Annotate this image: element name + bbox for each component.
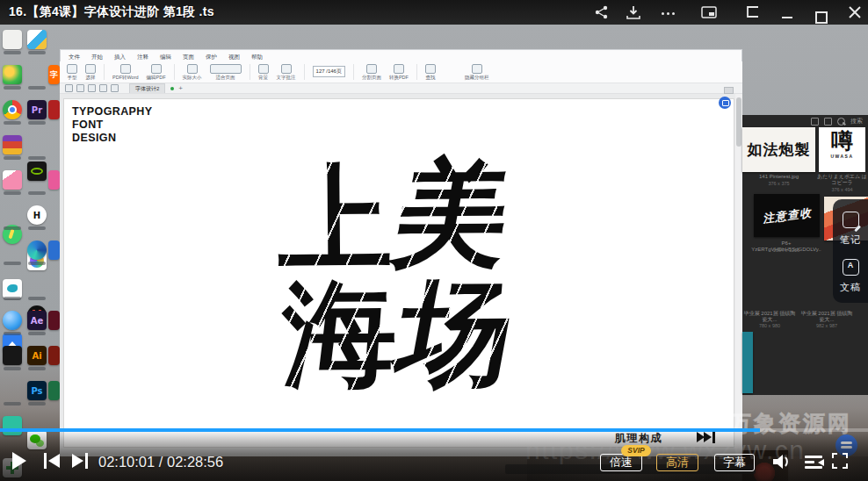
document-a-icon: [843, 259, 859, 276]
icon-label: [4, 86, 21, 90]
thumbnail-size: 376 x 494: [817, 187, 867, 193]
subtitle-button[interactable]: 字幕: [714, 454, 755, 471]
toolbar-select-tool: 选择: [85, 64, 96, 81]
desktop-icon-excel: [48, 381, 60, 400]
document-tab: 字体设计2: [129, 83, 165, 93]
pdf-scrollbar-track: [735, 94, 742, 456]
icon-label: [4, 367, 21, 370]
picture-in-picture-button[interactable]: [701, 5, 717, 19]
speed-button[interactable]: 倍速: [600, 454, 642, 471]
fit-page-dropdown: [210, 64, 242, 74]
toolbar-find: 查找: [425, 64, 436, 81]
h-label: H: [27, 205, 47, 225]
menu-item: 插入: [114, 54, 126, 61]
icon-label: [4, 262, 21, 265]
desktop-icon-tool: [3, 30, 22, 49]
ai-label: Ai: [27, 346, 47, 365]
toolbar-divider: [250, 64, 250, 80]
desktop-icon-pink-app: [3, 170, 22, 190]
desktop-icon-dark-app: [3, 346, 22, 365]
minimize-button[interactable]: [780, 5, 796, 19]
svip-badge[interactable]: SVIP: [621, 445, 651, 456]
close-button[interactable]: [847, 5, 863, 19]
search-label: 搜索: [850, 117, 863, 126]
pdf-app-tabrow: 字体设计2 +: [60, 83, 742, 94]
split-page-icon: [366, 64, 377, 74]
icon-label: [4, 402, 21, 406]
toolbar-pdf2word: PDF转Word: [112, 64, 139, 81]
desktop-icon-blue-app: [48, 240, 60, 260]
hand-icon: [67, 64, 77, 74]
desktop-icon-font-app: 字: [48, 65, 60, 84]
thumbnail-size: 780 x 980: [742, 323, 797, 329]
heading-line: DESIGN: [72, 132, 153, 145]
print-icon: [65, 84, 73, 92]
icon-label: [28, 156, 46, 160]
docs-button[interactable]: 文稿: [833, 259, 868, 294]
more-button[interactable]: [662, 5, 677, 19]
icon-label: [28, 332, 46, 335]
menu-item: 文件: [69, 54, 80, 61]
pdf2word-icon: [120, 64, 131, 74]
heading-line: TYPOGRAPHY: [72, 105, 153, 118]
toolbar-edit-pdf: 编辑PDF: [147, 64, 166, 81]
desktop-icon-illustrator: Ai: [27, 346, 47, 365]
play-button[interactable]: [12, 452, 26, 470]
share-button[interactable]: [594, 5, 610, 19]
home-icon: [111, 84, 119, 92]
quality-button[interactable]: 高清: [656, 454, 698, 471]
background-icon: [258, 64, 269, 74]
artwork-texture-overlay: [273, 155, 532, 407]
fullscreen-button[interactable]: [832, 453, 848, 469]
select-icon: [85, 64, 96, 74]
desktop-icon-edge: [27, 240, 47, 260]
icon-label: [4, 121, 21, 125]
desktop-icon-chrome: [3, 100, 22, 119]
thumbnail-size: 376 x 375: [742, 181, 815, 187]
thumbnail-caption: あたりまえポエム はコピーラ: [817, 174, 867, 186]
video-title: 16.【第4课】字体设计进阶 第1段 .ts: [9, 4, 214, 20]
font-label: 字: [48, 65, 60, 84]
text-annotation-icon: [281, 64, 292, 74]
icon-label: [4, 156, 21, 160]
mini-window-button[interactable]: [745, 5, 761, 19]
pdf-app-toolbar: 手型 选择 PDF转Word 编辑PDF 实际大小 适合页面 背景 文字批注 1…: [60, 61, 742, 83]
toolbar-background: 背景: [258, 64, 269, 81]
toolbar-divider: [416, 64, 417, 80]
time-display: 02:10:01 / 02:28:56: [98, 454, 223, 470]
library-thumbnail: 如法炮製: [742, 127, 815, 172]
side-overlay-panel: 笔记 文稿: [833, 199, 868, 303]
toolbar-fit-page: 适合页面: [210, 64, 242, 81]
icon-label: [4, 332, 21, 335]
undo-icon: [88, 84, 96, 92]
pdf-app-menubar: 文件 开始 插入 注释 编辑 页面 保护 视图 帮助: [60, 54, 751, 61]
icon-label: [4, 51, 21, 54]
playlist-button[interactable]: [805, 456, 824, 469]
menu-item: 视图: [228, 54, 240, 61]
icon-label: [28, 262, 46, 265]
library-thumbnail: [742, 332, 753, 393]
download-button[interactable]: [626, 5, 641, 19]
icon-label: [28, 86, 46, 90]
heading-line: FONT: [72, 118, 153, 132]
desktop-icon-photo-viewer: [27, 30, 47, 49]
volume-button[interactable]: [771, 454, 792, 473]
desktop-icon-photoshop: Ps: [27, 381, 47, 400]
thumbnail-size: 982 x 987: [799, 323, 854, 329]
icon-label: [4, 191, 21, 195]
thumbnail-size: 1084 x 1216: [751, 248, 821, 254]
maximize-button[interactable]: [814, 5, 829, 19]
redo-icon: [99, 84, 107, 92]
desktop-icon-dark-red-app2: [48, 346, 60, 365]
previous-button[interactable]: [44, 453, 61, 469]
toolbar-split-page: 分割页面: [362, 64, 381, 81]
next-button[interactable]: [70, 453, 88, 469]
premiere-label: Pr: [27, 100, 47, 119]
video-player-window: Pr H Ae Ai Ps: [0, 0, 868, 481]
ae-label: Ae: [27, 311, 47, 330]
menu-item: 开始: [91, 54, 103, 61]
filter-icon: [824, 118, 832, 126]
note-pen-icon: [843, 212, 859, 228]
toolbar-divider: [353, 64, 354, 80]
notes-button[interactable]: 笔记: [833, 212, 868, 247]
